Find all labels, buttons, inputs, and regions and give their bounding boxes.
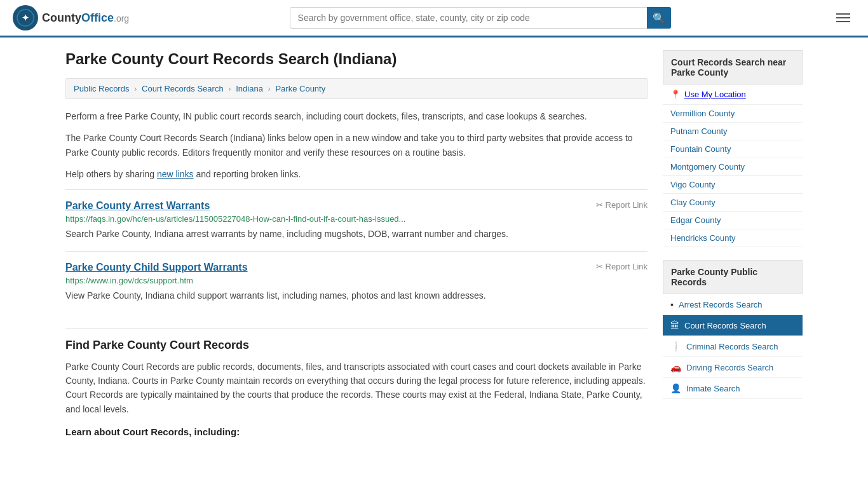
court-records-link[interactable]: Court Records Search xyxy=(684,321,766,330)
logo-icon: ✦ xyxy=(13,5,38,30)
sidebar-item-court-records[interactable]: 🏛 Court Records Search xyxy=(663,315,803,336)
criminal-records-icon: ❕ xyxy=(670,341,681,351)
inmate-search-link[interactable]: Inmate Search xyxy=(686,384,740,393)
hamburger-icon xyxy=(836,13,850,22)
county-item-vermillion[interactable]: Vermillion County xyxy=(663,105,803,123)
sidebar-item-inmate-search[interactable]: 👤 Inmate Search xyxy=(663,378,803,399)
inmate-search-icon: 👤 xyxy=(670,383,681,393)
result-title-1[interactable]: Parke County Arrest Warrants xyxy=(65,200,210,212)
search-button[interactable]: 🔍 xyxy=(647,7,671,29)
use-my-location[interactable]: 📍 Use My Location xyxy=(663,85,803,105)
nearby-title: Court Records Search near Parke County xyxy=(663,50,803,85)
breadcrumb-indiana[interactable]: Indiana xyxy=(236,84,263,93)
county-item-putnam[interactable]: Putnam County xyxy=(663,123,803,140)
search-input-wrap: 🔍 xyxy=(290,7,671,29)
nearby-section: Court Records Search near Parke County 📍… xyxy=(663,50,803,247)
main-content: Parke County Court Records Search (India… xyxy=(65,50,648,437)
logo-text: CountyOffice.org xyxy=(42,11,129,25)
county-item-montgomery[interactable]: Montgomery County xyxy=(663,158,803,176)
search-area: 🔍 xyxy=(290,7,671,29)
public-records-title: Parke County Public Records xyxy=(663,260,803,294)
breadcrumb-court-records[interactable]: Court Records Search xyxy=(142,84,224,93)
hamburger-menu-button[interactable] xyxy=(831,11,855,25)
sidebar-item-arrest-records[interactable]: ▪ Arrest Records Search xyxy=(663,294,803,315)
breadcrumb-sep2: › xyxy=(228,84,233,93)
result-title-2[interactable]: Parke County Child Support Warrants xyxy=(65,262,248,273)
breadcrumb-public-records[interactable]: Public Records xyxy=(74,84,129,93)
court-records-icon: 🏛 xyxy=(670,320,679,330)
driving-records-icon: 🚗 xyxy=(670,362,681,372)
site-header: ✦ CountyOffice.org 🔍 xyxy=(0,0,868,37)
breadcrumb-sep1: › xyxy=(134,84,139,93)
breadcrumb-parke-county[interactable]: Parke County xyxy=(275,84,325,93)
sidebar-item-criminal-records[interactable]: ❕ Criminal Records Search xyxy=(663,336,803,357)
county-item-edgar[interactable]: Edgar County xyxy=(663,212,803,229)
svg-text:✦: ✦ xyxy=(22,13,29,23)
result-url-2[interactable]: https://www.in.gov/dcs/support.htm xyxy=(65,276,648,285)
result-item-2: Parke County Child Support Warrants ✂ Re… xyxy=(65,251,648,313)
county-item-hendricks[interactable]: Hendricks County xyxy=(663,229,803,247)
report-link-1[interactable]: ✂ Report Link xyxy=(596,200,648,210)
criminal-records-link[interactable]: Criminal Records Search xyxy=(686,342,778,351)
use-my-location-link[interactable]: Use My Location xyxy=(684,90,746,99)
description-1: Perform a free Parke County, IN public c… xyxy=(65,109,648,123)
result-desc-2: View Parke County, Indiana child support… xyxy=(65,289,648,302)
report-icon-2: ✂ xyxy=(596,262,603,271)
public-records-section: Parke County Public Records ▪ Arrest Rec… xyxy=(663,260,803,399)
result-desc-1: Search Parke County, Indiana arrest warr… xyxy=(65,227,648,241)
result-header-2: Parke County Child Support Warrants ✂ Re… xyxy=(65,262,648,273)
description-2: The Parke County Court Records Search (I… xyxy=(65,131,648,159)
main-container: Parke County Court Records Search (India… xyxy=(53,37,815,450)
county-item-vigo[interactable]: Vigo County xyxy=(663,176,803,194)
result-url-1[interactable]: https://faqs.in.gov/hc/en-us/articles/11… xyxy=(65,214,648,224)
page-title: Parke County Court Records Search (India… xyxy=(65,50,648,68)
new-links-link[interactable]: new links xyxy=(157,169,194,179)
sidebar-item-driving-records[interactable]: 🚗 Driving Records Search xyxy=(663,357,803,378)
county-item-fountain[interactable]: Fountain County xyxy=(663,140,803,158)
location-pin-icon: 📍 xyxy=(670,90,681,99)
result-item-1: Parke County Arrest Warrants ✂ Report Li… xyxy=(65,189,648,251)
report-link-2[interactable]: ✂ Report Link xyxy=(596,262,648,271)
learn-heading: Learn about Court Records, including: xyxy=(65,426,648,437)
report-icon-1: ✂ xyxy=(596,200,603,210)
county-item-clay[interactable]: Clay County xyxy=(663,194,803,212)
find-heading: Find Parke County Court Records xyxy=(65,328,648,352)
find-text: Parke County Court Records are public re… xyxy=(65,360,648,417)
sidebar: Court Records Search near Parke County 📍… xyxy=(663,50,803,437)
result-header-1: Parke County Arrest Warrants ✂ Report Li… xyxy=(65,200,648,212)
search-input[interactable] xyxy=(290,7,671,29)
arrest-records-icon: ▪ xyxy=(670,299,674,309)
breadcrumb-sep3: › xyxy=(268,84,273,93)
logo-area[interactable]: ✦ CountyOffice.org xyxy=(13,5,129,30)
description-3: Help others by sharing new links and rep… xyxy=(65,167,648,181)
breadcrumb: Public Records › Court Records Search › … xyxy=(65,78,648,99)
driving-records-link[interactable]: Driving Records Search xyxy=(686,363,773,372)
arrest-records-link[interactable]: Arrest Records Search xyxy=(679,300,763,309)
